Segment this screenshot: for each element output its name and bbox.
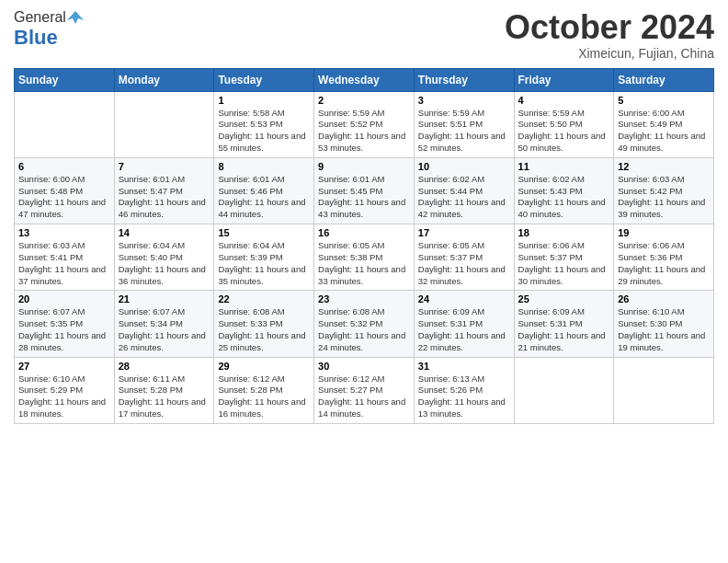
day-info: Sunrise: 6:06 AMSunset: 5:37 PMDaylight:…	[518, 240, 610, 287]
day-info: Sunrise: 6:01 AMSunset: 5:46 PMDaylight:…	[218, 174, 310, 221]
day-number: 31	[418, 361, 510, 372]
table-row: 31Sunrise: 6:13 AMSunset: 5:26 PMDayligh…	[414, 357, 514, 423]
table-row: 11Sunrise: 6:02 AMSunset: 5:43 PMDayligh…	[514, 157, 614, 224]
day-info: Sunrise: 6:13 AMSunset: 5:26 PMDaylight:…	[418, 373, 510, 420]
month-title: October 2024	[505, 9, 714, 46]
day-info: Sunrise: 5:59 AMSunset: 5:50 PMDaylight:…	[518, 108, 610, 155]
logo: General Blue	[14, 9, 85, 50]
day-info: Sunrise: 6:04 AMSunset: 5:40 PMDaylight:…	[119, 240, 210, 287]
day-info: Sunrise: 6:12 AMSunset: 5:28 PMDaylight:…	[218, 373, 310, 420]
page: General Blue October 2024 Ximeicun, Fuji…	[0, 0, 728, 563]
table-row: 14Sunrise: 6:04 AMSunset: 5:40 PMDayligh…	[114, 224, 214, 291]
day-number: 18	[518, 227, 610, 238]
col-wednesday: Wednesday	[314, 68, 415, 91]
day-number: 29	[218, 361, 310, 372]
day-info: Sunrise: 6:01 AMSunset: 5:45 PMDaylight:…	[318, 174, 410, 221]
day-number: 3	[418, 95, 510, 106]
day-info: Sunrise: 5:59 AMSunset: 5:51 PMDaylight:…	[418, 108, 510, 155]
table-row: 6Sunrise: 6:00 AMSunset: 5:48 PMDaylight…	[15, 157, 115, 224]
col-sunday: Sunday	[15, 68, 115, 91]
day-info: Sunrise: 6:03 AMSunset: 5:42 PMDaylight:…	[618, 174, 710, 221]
day-info: Sunrise: 6:09 AMSunset: 5:31 PMDaylight:…	[418, 306, 510, 353]
day-number: 12	[618, 161, 710, 172]
day-info: Sunrise: 6:07 AMSunset: 5:35 PMDaylight:…	[18, 306, 110, 353]
day-number: 30	[318, 361, 410, 372]
logo-bird-icon	[67, 9, 84, 26]
table-row: 9Sunrise: 6:01 AMSunset: 5:45 PMDaylight…	[314, 157, 415, 224]
day-number: 8	[218, 161, 310, 172]
table-row: 1Sunrise: 5:58 AMSunset: 5:53 PMDaylight…	[214, 91, 314, 157]
day-number: 10	[418, 161, 510, 172]
day-number: 2	[318, 95, 410, 106]
day-info: Sunrise: 6:04 AMSunset: 5:39 PMDaylight:…	[218, 240, 310, 287]
day-info: Sunrise: 6:03 AMSunset: 5:41 PMDaylight:…	[18, 240, 110, 287]
day-number: 9	[318, 161, 410, 172]
calendar-week-row: 6Sunrise: 6:00 AMSunset: 5:48 PMDaylight…	[15, 157, 714, 224]
day-number: 11	[518, 161, 610, 172]
day-number: 7	[119, 161, 210, 172]
calendar-week-row: 20Sunrise: 6:07 AMSunset: 5:35 PMDayligh…	[15, 291, 714, 357]
day-number: 14	[119, 227, 210, 238]
day-number: 19	[618, 227, 710, 238]
table-row: 2Sunrise: 5:59 AMSunset: 5:52 PMDaylight…	[314, 91, 415, 157]
table-row: 30Sunrise: 6:12 AMSunset: 5:27 PMDayligh…	[314, 357, 415, 423]
table-row: 8Sunrise: 6:01 AMSunset: 5:46 PMDaylight…	[214, 157, 314, 224]
col-friday: Friday	[514, 68, 614, 91]
calendar-week-row: 13Sunrise: 6:03 AMSunset: 5:41 PMDayligh…	[15, 224, 714, 291]
table-row	[15, 91, 115, 157]
table-row: 4Sunrise: 5:59 AMSunset: 5:50 PMDaylight…	[514, 91, 614, 157]
table-row: 22Sunrise: 6:08 AMSunset: 5:33 PMDayligh…	[214, 291, 314, 357]
day-number: 21	[119, 293, 210, 304]
day-number: 13	[18, 227, 110, 238]
day-info: Sunrise: 6:08 AMSunset: 5:33 PMDaylight:…	[218, 306, 310, 353]
day-info: Sunrise: 5:58 AMSunset: 5:53 PMDaylight:…	[218, 108, 310, 155]
col-saturday: Saturday	[614, 68, 714, 91]
day-info: Sunrise: 6:02 AMSunset: 5:43 PMDaylight:…	[518, 174, 610, 221]
table-row: 28Sunrise: 6:11 AMSunset: 5:28 PMDayligh…	[114, 357, 214, 423]
day-number: 6	[18, 161, 110, 172]
calendar-week-row: 1Sunrise: 5:58 AMSunset: 5:53 PMDaylight…	[15, 91, 714, 157]
day-number: 28	[119, 361, 210, 372]
day-info: Sunrise: 6:05 AMSunset: 5:37 PMDaylight:…	[418, 240, 510, 287]
table-row: 19Sunrise: 6:06 AMSunset: 5:36 PMDayligh…	[614, 224, 714, 291]
day-info: Sunrise: 6:02 AMSunset: 5:44 PMDaylight:…	[418, 174, 510, 221]
day-number: 22	[218, 293, 310, 304]
day-info: Sunrise: 6:00 AMSunset: 5:49 PMDaylight:…	[618, 108, 710, 155]
day-number: 23	[318, 293, 410, 304]
table-row: 7Sunrise: 6:01 AMSunset: 5:47 PMDaylight…	[114, 157, 214, 224]
day-info: Sunrise: 6:01 AMSunset: 5:47 PMDaylight:…	[119, 174, 210, 221]
table-row: 17Sunrise: 6:05 AMSunset: 5:37 PMDayligh…	[414, 224, 514, 291]
logo-general-text: General	[14, 9, 66, 26]
table-row: 27Sunrise: 6:10 AMSunset: 5:29 PMDayligh…	[15, 357, 115, 423]
col-monday: Monday	[114, 68, 214, 91]
day-info: Sunrise: 6:11 AMSunset: 5:28 PMDaylight:…	[119, 373, 210, 420]
day-number: 4	[518, 95, 610, 106]
svg-marker-0	[67, 11, 84, 24]
calendar-table: Sunday Monday Tuesday Wednesday Thursday…	[14, 68, 714, 424]
day-number: 5	[618, 95, 710, 106]
day-info: Sunrise: 5:59 AMSunset: 5:52 PMDaylight:…	[318, 108, 410, 155]
table-row: 15Sunrise: 6:04 AMSunset: 5:39 PMDayligh…	[214, 224, 314, 291]
day-number: 16	[318, 227, 410, 238]
logo-blue-text: Blue	[14, 26, 58, 50]
day-info: Sunrise: 6:06 AMSunset: 5:36 PMDaylight:…	[618, 240, 710, 287]
calendar-header-row: Sunday Monday Tuesday Wednesday Thursday…	[15, 68, 714, 91]
day-info: Sunrise: 6:10 AMSunset: 5:29 PMDaylight:…	[18, 373, 110, 420]
day-info: Sunrise: 6:08 AMSunset: 5:32 PMDaylight:…	[318, 306, 410, 353]
day-number: 25	[518, 293, 610, 304]
table-row: 24Sunrise: 6:09 AMSunset: 5:31 PMDayligh…	[414, 291, 514, 357]
day-number: 17	[418, 227, 510, 238]
calendar-week-row: 27Sunrise: 6:10 AMSunset: 5:29 PMDayligh…	[15, 357, 714, 423]
day-info: Sunrise: 6:05 AMSunset: 5:38 PMDaylight:…	[318, 240, 410, 287]
table-row: 21Sunrise: 6:07 AMSunset: 5:34 PMDayligh…	[114, 291, 214, 357]
day-number: 20	[18, 293, 110, 304]
day-number: 1	[218, 95, 310, 106]
col-tuesday: Tuesday	[214, 68, 314, 91]
table-row: 13Sunrise: 6:03 AMSunset: 5:41 PMDayligh…	[15, 224, 115, 291]
day-info: Sunrise: 6:00 AMSunset: 5:48 PMDaylight:…	[18, 174, 110, 221]
day-info: Sunrise: 6:07 AMSunset: 5:34 PMDaylight:…	[119, 306, 210, 353]
table-row	[614, 357, 714, 423]
title-block: October 2024 Ximeicun, Fujian, China	[505, 9, 714, 61]
table-row: 5Sunrise: 6:00 AMSunset: 5:49 PMDaylight…	[614, 91, 714, 157]
day-info: Sunrise: 6:12 AMSunset: 5:27 PMDaylight:…	[318, 373, 410, 420]
